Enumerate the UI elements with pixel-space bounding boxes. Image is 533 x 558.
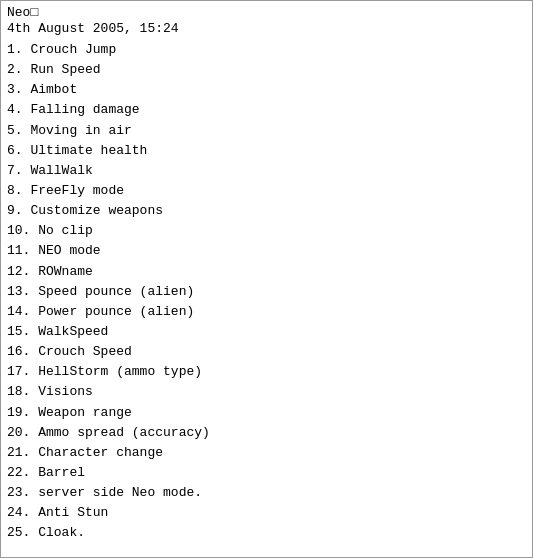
list-item: 18. Visions [7,382,526,402]
list-item: 5. Moving in air [7,121,526,141]
list-item: 16. Crouch Speed [7,342,526,362]
list-item: 11. NEO mode [7,241,526,261]
list-item: 7. WallWalk [7,161,526,181]
list-item: 22. Barrel [7,463,526,483]
list-item: 12. ROWname [7,262,526,282]
list-item: 8. FreeFly mode [7,181,526,201]
list-item: 3. Aimbot [7,80,526,100]
list-item: 1. Crouch Jump [7,40,526,60]
main-container: Neo□ 4th August 2005, 15:24 1. Crouch Ju… [0,0,533,558]
list-item: 20. Ammo spread (accuracy) [7,423,526,443]
list-item: 14. Power pounce (alien) [7,302,526,322]
list-item: 25. Cloak. [7,523,526,543]
list-item: 2. Run Speed [7,60,526,80]
list-item: 21. Character change [7,443,526,463]
list-item: 15. WalkSpeed [7,322,526,342]
list-item: 4. Falling damage [7,100,526,120]
item-list: 1. Crouch Jump2. Run Speed3. Aimbot4. Fa… [7,40,526,544]
list-item: 23. server side Neo mode. [7,483,526,503]
header-title: Neo□ [7,5,526,20]
list-item: 19. Weapon range [7,403,526,423]
list-item: 17. HellStorm (ammo type) [7,362,526,382]
header-date: 4th August 2005, 15:24 [7,21,526,36]
list-item: 10. No clip [7,221,526,241]
list-item: 6. Ultimate health [7,141,526,161]
list-item: 13. Speed pounce (alien) [7,282,526,302]
list-item: 24. Anti Stun [7,503,526,523]
list-item: 9. Customize weapons [7,201,526,221]
